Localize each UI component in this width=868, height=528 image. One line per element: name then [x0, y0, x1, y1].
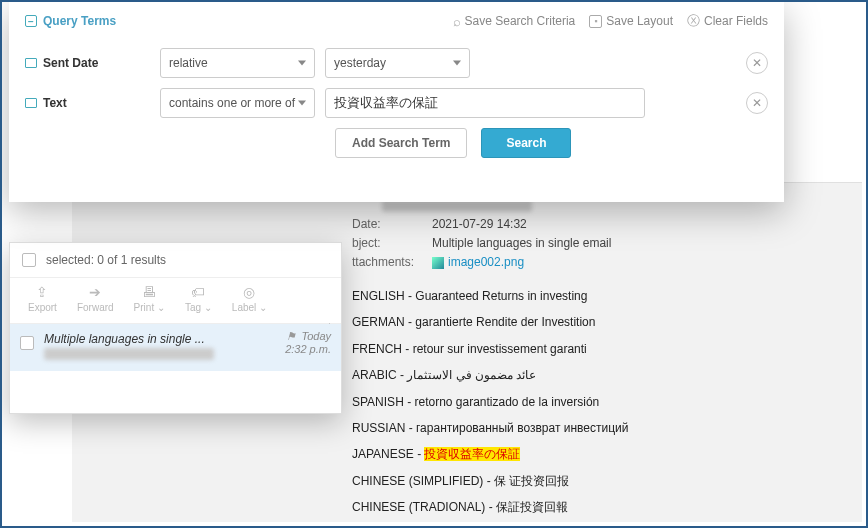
forward-icon: ➔ — [89, 284, 101, 300]
query-row-sent-date: Sent Date relative yesterday ✕ — [25, 48, 768, 78]
body-line-chinesetradional: CHINESE (TRADIONAL) - 保証投資回報 — [352, 494, 842, 520]
remove-row-button[interactable]: ✕ — [746, 92, 768, 114]
envelope-icon — [25, 58, 37, 68]
add-search-term-button[interactable]: Add Search Term — [335, 128, 467, 158]
text-label: Text — [43, 96, 67, 110]
results-toolbar: ⇪Export➔Forward🖶Print ⌄🏷Tag ⌄◎Label ⌄ — [10, 278, 341, 324]
row-sender-blurred — [44, 348, 214, 360]
toolbar-export-button[interactable]: ⇪Export — [18, 284, 67, 313]
detail-subject-label: bject: — [352, 236, 432, 250]
body-line-french: FRENCH - retour sur investissement garan… — [352, 336, 842, 362]
query-terms-title: Query Terms — [43, 14, 116, 28]
results-panel: selected: 0 of 1 results ⇪Export➔Forward… — [9, 242, 342, 414]
toolbar-forward-button[interactable]: ➔Forward — [67, 284, 124, 313]
tag-icon: 🏷 — [191, 284, 205, 300]
result-row[interactable]: Multiple languages in single ... ⚑ Today… — [10, 324, 341, 371]
detail-date-label: Date: — [352, 217, 432, 231]
print-icon: 🖶 — [142, 284, 156, 300]
row-time: 2:32 p.m. — [285, 343, 331, 355]
email-body: ENGLISH - Guaranteed Returns in investin… — [352, 283, 842, 521]
clear-fields-button[interactable]: ⓧ Clear Fields — [687, 12, 768, 30]
detail-subject-value: Multiple languages in single email — [432, 236, 611, 250]
body-line-english: ENGLISH - Guaranteed Returns in investin… — [352, 283, 842, 309]
flag-icon: ⚑ — [286, 330, 296, 342]
query-row-text: Text contains one or more of ✕ — [25, 88, 768, 118]
clear-icon: ⓧ — [687, 12, 700, 30]
detail-attach-label: ttachments: — [352, 255, 432, 269]
body-line-chinesesimplified: CHINESE (SIMPLIFIED) - 保 证投资回报 — [352, 468, 842, 494]
text-value-input[interactable] — [325, 88, 645, 118]
search-icon: ⌕ — [453, 14, 461, 29]
body-line-arabic: ARABIC - عائد مضمون في الاستثمار — [352, 362, 842, 388]
row-day: Today — [301, 330, 331, 342]
save-layout-button[interactable]: ▪ Save Layout — [589, 12, 673, 30]
body-line-german: GERMAN - garantierte Rendite der Investi… — [352, 309, 842, 335]
label-icon: ◎ — [243, 284, 255, 300]
envelope-icon — [25, 98, 37, 108]
detail-date-value: 2021-07-29 14:32 — [432, 217, 527, 231]
layout-icon: ▪ — [589, 15, 602, 28]
collapse-icon[interactable]: − — [25, 15, 37, 27]
results-header: selected: 0 of 1 results — [10, 243, 341, 278]
sent-date-value-select[interactable]: yesterday — [325, 48, 470, 78]
save-search-button[interactable]: ⌕ Save Search Criteria — [453, 12, 576, 30]
body-line-japanese: JAPANESE - 投資収益率の保証 — [352, 441, 842, 467]
results-count-label: selected: 0 of 1 results — [46, 253, 166, 267]
email-detail-panel: Date: 2021-07-29 14:32 bject: Multiple l… — [342, 192, 852, 528]
toolbar-label-button[interactable]: ◎Label ⌄ — [222, 284, 277, 313]
query-panel: − Query Terms ⌕ Save Search Criteria ▪ S… — [9, 2, 784, 202]
export-icon: ⇪ — [36, 284, 48, 300]
search-button[interactable]: Search — [481, 128, 571, 158]
select-all-checkbox[interactable] — [22, 253, 36, 267]
sent-date-operator-select[interactable]: relative — [160, 48, 315, 78]
sent-date-label: Sent Date — [43, 56, 98, 70]
body-line-russian: RUSSIAN - гарантированный возврат инвест… — [352, 415, 842, 441]
toolbar-tag-button[interactable]: 🏷Tag ⌄ — [175, 284, 222, 313]
body-line-spanish: SPANISH - retorno garantizado de la inve… — [352, 389, 842, 415]
toolbar-print-button[interactable]: 🖶Print ⌄ — [124, 284, 175, 313]
remove-row-button[interactable]: ✕ — [746, 52, 768, 74]
image-icon — [432, 257, 444, 269]
attachment-link[interactable]: image002.png — [432, 255, 524, 269]
text-operator-select[interactable]: contains one or more of — [160, 88, 315, 118]
row-checkbox[interactable] — [20, 336, 34, 350]
